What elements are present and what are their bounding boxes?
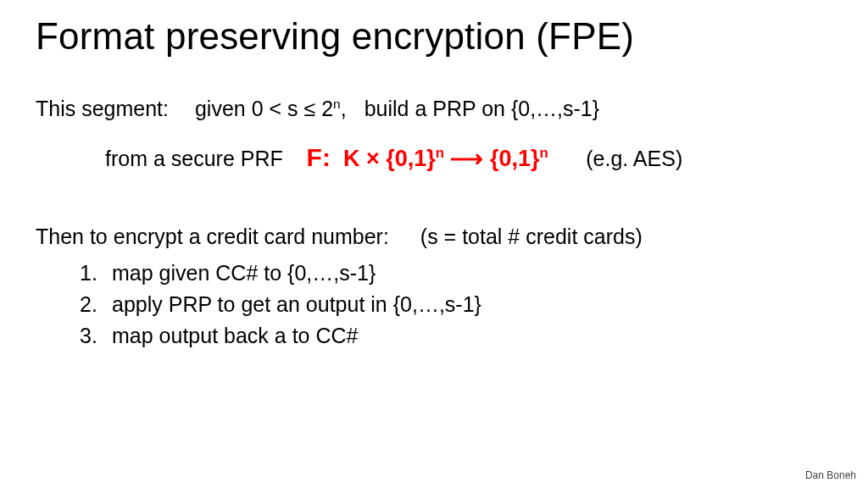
segment-line: This segment: given 0 < s ≤ 2n, build a … [36, 97, 832, 121]
segment-build: build a PRP on {0,…,s-1} [364, 97, 600, 120]
segment-label: This segment: [36, 97, 169, 120]
slide-title: Format preserving encryption (FPE) [36, 15, 832, 58]
list-item: 3. map output back a to CC# [80, 324, 832, 348]
list-item: 2. apply PRP to get an output in {0,…,s-… [80, 292, 832, 317]
prf-f-label: F: [307, 143, 331, 171]
prf-example: (e.g. AES) [586, 147, 682, 170]
then-line: Then to encrypt a credit card number: (s… [36, 225, 832, 249]
step-text: map output back a to CC# [112, 324, 358, 348]
prf-line: from a secure PRF F: K × {0,1}n ⟶ {0,1}n… [105, 143, 832, 172]
step-number: 2. [80, 292, 112, 317]
steps-list: 1. map given CC# to {0,…,s-1} 2. apply P… [80, 261, 832, 348]
prf-arrow: ⟶ [444, 146, 490, 171]
then-label: Then to encrypt a credit card number: [36, 225, 389, 248]
prf-from: from a secure PRF [105, 147, 283, 170]
segment-given-tail: , [341, 97, 347, 120]
step-text: map given CC# to {0,…,s-1} [112, 261, 376, 286]
list-item: 1. map given CC# to {0,…,s-1} [80, 261, 832, 286]
prf-formula-1: K × {0,1} [343, 146, 436, 171]
step-number: 3. [80, 324, 112, 348]
segment-given-sup: n [333, 97, 341, 111]
prf-formula: F: K × {0,1}n ⟶ {0,1}n [307, 146, 555, 171]
segment-given: given 0 < s ≤ 2 [195, 97, 333, 120]
prf-formula-2: {0,1} [490, 146, 540, 171]
prf-sup2: n [540, 145, 548, 161]
then-note: (s = total # credit cards) [420, 225, 643, 248]
prf-sup1: n [436, 145, 444, 161]
step-number: 1. [80, 261, 112, 286]
step-text: apply PRP to get an output in {0,…,s-1} [112, 292, 481, 317]
footer-author: Dan Boneh [805, 469, 856, 481]
